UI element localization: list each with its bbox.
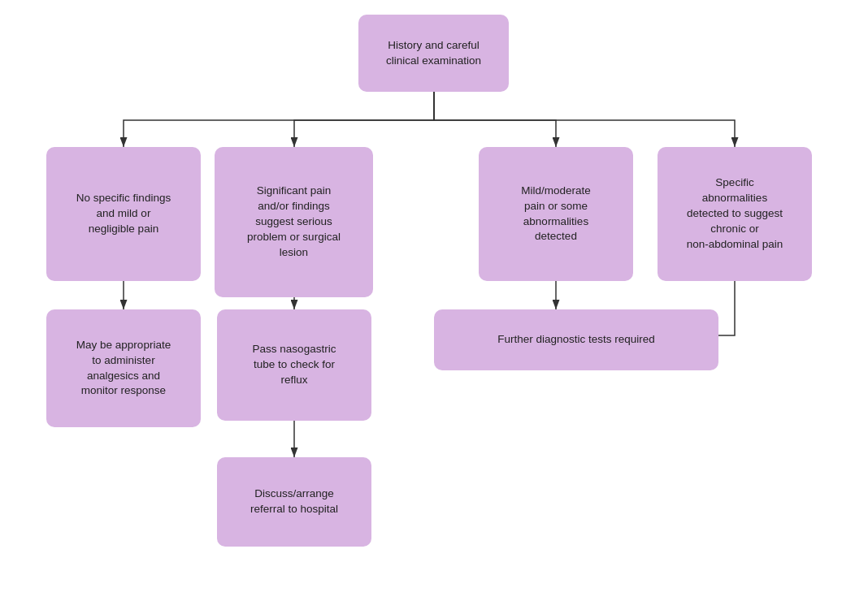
n2b-node: Discuss/arrange referral to hospital: [217, 457, 371, 547]
n1a-label: May be appropriate to administer analges…: [76, 338, 171, 400]
n4-label: Specific abnormalities detected to sugge…: [687, 175, 783, 252]
n2a-node: Pass nasogastric tube to check for reflu…: [217, 309, 371, 421]
n2-label: Significant pain and/or findings suggest…: [247, 184, 341, 260]
n1-node: No specific findings and mild or negligi…: [46, 147, 201, 281]
n34a-label: Further diagnostic tests required: [497, 332, 655, 348]
n3-label: Mild/moderate pain or some abnormalities…: [521, 184, 591, 245]
n1a-node: May be appropriate to administer analges…: [46, 309, 201, 427]
n4-node: Specific abnormalities detected to sugge…: [658, 147, 812, 281]
n3-node: Mild/moderate pain or some abnormalities…: [479, 147, 633, 281]
n2-node: Significant pain and/or findings suggest…: [215, 147, 373, 297]
n2a-label: Pass nasogastric tube to check for reflu…: [253, 342, 336, 388]
n1-label: No specific findings and mild or negligi…: [76, 191, 171, 237]
n2b-label: Discuss/arrange referral to hospital: [250, 486, 338, 517]
root-node: History and careful clinical examination: [358, 15, 509, 92]
n34a-node: Further diagnostic tests required: [434, 309, 718, 370]
root-label: History and careful clinical examination: [386, 38, 481, 69]
flowchart: History and careful clinical examination…: [20, 15, 848, 599]
